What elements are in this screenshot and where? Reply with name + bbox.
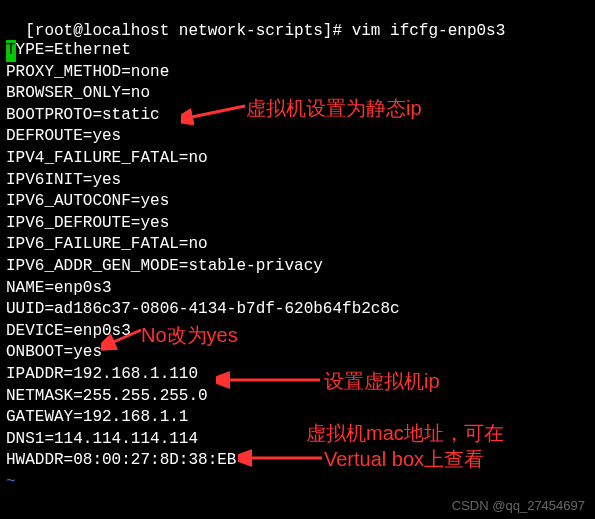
config-line-ipv6-addr-gen: IPV6_ADDR_GEN_MODE=stable-privacy	[6, 256, 589, 278]
vim-tilde-line: ~	[6, 472, 589, 494]
config-line-onboot: ONBOOT=yes	[6, 342, 589, 364]
vim-cursor: T	[6, 40, 16, 62]
shell-prompt-line: [root@localhost network-scripts]# vim if…	[6, 4, 589, 40]
config-line-netmask: NETMASK=255.255.255.0	[6, 386, 589, 408]
annotation-static-ip: 虚拟机设置为静态ip	[246, 95, 422, 122]
config-line-ipv6-defroute: IPV6_DEFROUTE=yes	[6, 213, 589, 235]
vim-editor-content[interactable]: TYPE=Ethernet PROXY_METHOD=none BROWSER_…	[6, 40, 589, 493]
config-line-ipv6-failure: IPV6_FAILURE_FATAL=no	[6, 234, 589, 256]
annotation-no-to-yes: No改为yes	[141, 322, 238, 349]
config-line-hwaddr: HWADDR=08:00:27:8D:38:EB	[6, 450, 589, 472]
watermark-text: CSDN @qq_27454697	[452, 498, 585, 513]
prompt-text: [root@localhost network-scripts]# vim if…	[25, 22, 505, 40]
config-line-ipv6-autoconf: IPV6_AUTOCONF=yes	[6, 191, 589, 213]
config-line-proxy-method: PROXY_METHOD=none	[6, 62, 589, 84]
config-line-name: NAME=enp0s3	[6, 278, 589, 300]
config-line-ipv6init: IPV6INIT=yes	[6, 170, 589, 192]
annotation-mac-line1: 虚拟机mac地址，可在	[306, 420, 504, 447]
annotation-set-ip: 设置虚拟机ip	[324, 368, 440, 395]
config-line-uuid: UUID=ad186c37-0806-4134-b7df-620b64fb2c8…	[6, 299, 589, 321]
config-line-device: DEVICE=enp0s3	[6, 321, 589, 343]
config-line-type: TYPE=Ethernet	[6, 40, 589, 62]
config-line-ipv4-failure: IPV4_FAILURE_FATAL=no	[6, 148, 589, 170]
config-line-defroute: DEFROUTE=yes	[6, 126, 589, 148]
config-line-ipaddr: IPADDR=192.168.1.110	[6, 364, 589, 386]
annotation-mac-line2: Vertual box上查看	[324, 446, 484, 473]
